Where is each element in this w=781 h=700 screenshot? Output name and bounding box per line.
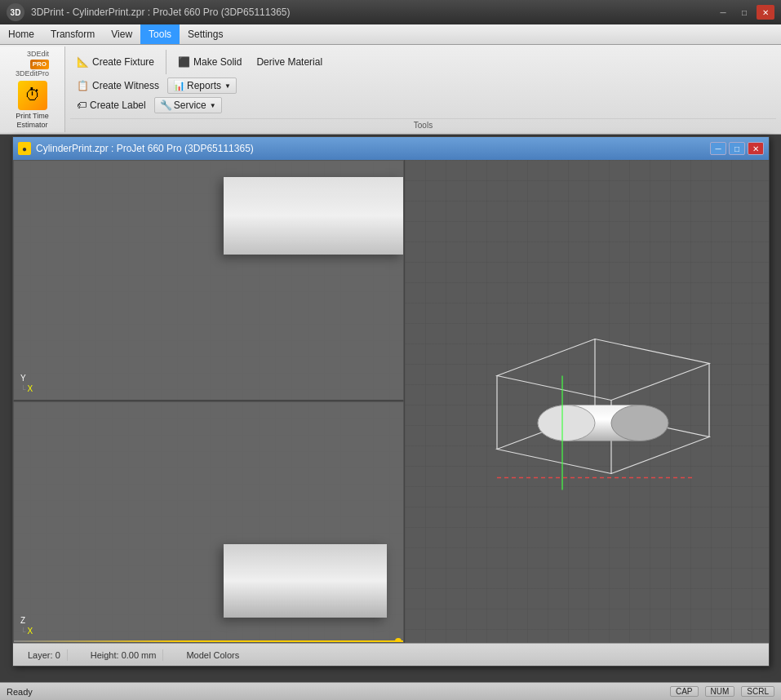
- num-indicator: NUM: [705, 686, 735, 697]
- yellow-line: [14, 640, 403, 642]
- create-fixture-button[interactable]: 📐 Create Fixture: [70, 55, 161, 69]
- create-witness-button[interactable]: 📋 Create Witness: [70, 78, 166, 93]
- doc-maximize-button[interactable]: □: [729, 142, 745, 155]
- service-icon: 🔧: [160, 100, 172, 111]
- viewport-3d[interactable]: [405, 160, 769, 643]
- top-view-object: [224, 177, 403, 255]
- close-button[interactable]: ✕: [757, 5, 774, 20]
- document-panel: ● CylinderPrint.zpr : ProJet 660 Pro (3D…: [12, 136, 770, 667]
- pte-section: 3DEdit PRO 3DEditPro ⏱ Print TimeEstimat…: [0, 47, 65, 132]
- document-titlebar: ● CylinderPrint.zpr : ProJet 660 Pro (3D…: [13, 137, 769, 160]
- reports-dropdown-arrow: ▼: [224, 82, 231, 90]
- menu-home[interactable]: Home: [0, 24, 42, 44]
- height-status: Height: 0.00 mm: [84, 649, 164, 661]
- logo-3dedit-label: 3DEdit: [27, 50, 49, 60]
- create-fixture-icon: 📐: [77, 56, 89, 68]
- maximize-button[interactable]: □: [735, 5, 753, 20]
- layer-status: Layer: 0: [21, 649, 68, 661]
- axis-x-label-front: X: [27, 627, 33, 636]
- doc-statusbar: Layer: 0 Height: 0.00 mm Model Colors: [13, 643, 769, 666]
- derive-material-button[interactable]: Derive Material: [250, 55, 329, 69]
- scrl-indicator: SCRL: [741, 686, 774, 697]
- app-title: 3DPrint - CylinderPrint.zpr : ProJet 660…: [31, 7, 290, 18]
- svg-point-8: [611, 405, 668, 441]
- colors-status: Model Colors: [180, 649, 246, 661]
- ribbon-tools: 📐 Create Fixture ⬛ Make Solid Derive Mat…: [65, 47, 781, 132]
- cap-indicator: CAP: [670, 686, 699, 697]
- pte-label: Print TimeEstimator: [16, 112, 49, 130]
- 3d-scene-svg: [448, 295, 726, 507]
- make-solid-button[interactable]: ⬛ Make Solid: [171, 55, 248, 69]
- logo-sub-label: 3DEditPro: [16, 69, 49, 79]
- separator-1: [166, 50, 166, 74]
- front-view-object: [224, 544, 387, 618]
- reports-dropdown[interactable]: 📊 Reports ▼: [167, 78, 237, 94]
- main-toolbar: 3DEdit PRO 3DEditPro ⏱ Print TimeEstimat…: [0, 45, 781, 135]
- keyboard-indicators: CAP NUM SCRL: [670, 686, 774, 697]
- tools-section-label: Tools: [70, 118, 776, 130]
- create-label-button[interactable]: 🏷 Create Label: [70, 98, 153, 113]
- viewport-front[interactable]: Z └ X: [13, 401, 404, 643]
- axis-x-label-top: X: [27, 384, 33, 393]
- service-dropdown[interactable]: 🔧 Service ▼: [154, 97, 222, 113]
- create-label-icon: 🏷: [77, 100, 87, 111]
- minimize-button[interactable]: ─: [714, 5, 732, 20]
- yellow-dot: [395, 638, 402, 643]
- make-solid-icon: ⬛: [178, 56, 190, 68]
- left-viewports: Y └ X: [13, 160, 405, 643]
- menu-transform[interactable]: Transform: [42, 24, 103, 44]
- pte-icon[interactable]: ⏱: [18, 81, 47, 110]
- svg-point-9: [538, 405, 595, 441]
- ribbon-row-2: 📋 Create Witness 📊 Reports ▼: [70, 76, 776, 95]
- ribbon-row-3: 🏷 Create Label 🔧 Service ▼: [70, 95, 776, 115]
- window-controls: ─ □ ✕: [714, 5, 774, 20]
- menu-bar: Home Transform View Tools Settings: [0, 24, 781, 45]
- menu-view[interactable]: View: [103, 24, 140, 44]
- 3d-scene: [448, 295, 726, 509]
- axis-y-label: Y: [20, 374, 26, 383]
- app-statusbar: Ready CAP NUM SCRL: [0, 682, 781, 700]
- doc-title-text: CylinderPrint.zpr : ProJet 660 Pro (3DP6…: [36, 143, 254, 154]
- app-logo: 3D: [7, 3, 24, 21]
- viewport-area: Y └ X: [13, 160, 769, 643]
- menu-settings[interactable]: Settings: [180, 24, 231, 44]
- pro-badge: PRO: [30, 60, 49, 69]
- menu-tools[interactable]: Tools: [140, 24, 180, 44]
- doc-window-controls: ─ □ ✕: [710, 142, 764, 155]
- doc-close-button[interactable]: ✕: [748, 142, 764, 155]
- title-bar: 3D 3DPrint - CylinderPrint.zpr : ProJet …: [0, 0, 781, 24]
- svg-marker-1: [497, 339, 709, 401]
- reports-icon: 📊: [173, 80, 185, 91]
- viewport-top-axes: Y └ X: [20, 374, 33, 393]
- viewport-top[interactable]: Y └ X: [13, 160, 404, 401]
- doc-icon: ●: [18, 142, 31, 155]
- ready-status: Ready: [7, 687, 33, 697]
- doc-minimize-button[interactable]: ─: [710, 142, 726, 155]
- create-witness-icon: 📋: [77, 80, 89, 91]
- ribbon-row-1: 📐 Create Fixture ⬛ Make Solid Derive Mat…: [70, 48, 776, 76]
- service-dropdown-arrow: ▼: [210, 102, 216, 109]
- axis-z-label: Z: [20, 616, 25, 625]
- viewport-front-axes: Z └ X: [20, 616, 33, 636]
